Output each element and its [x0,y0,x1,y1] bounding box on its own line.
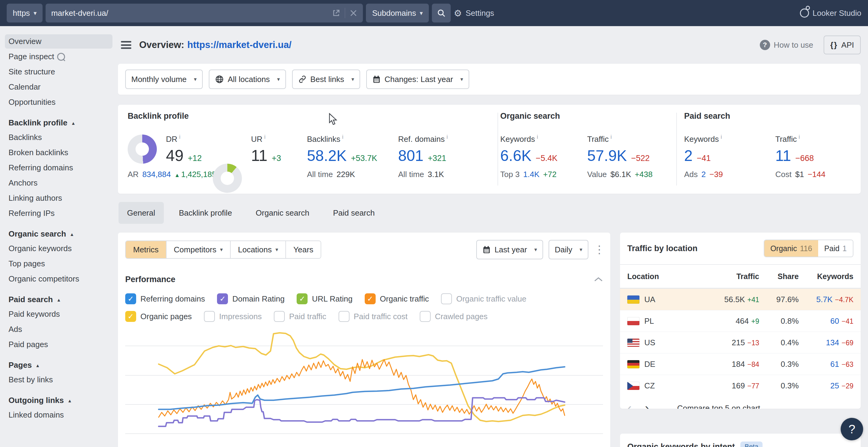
date-range-dropdown[interactable]: Last year [476,240,543,259]
api-button[interactable]: API [824,36,861,54]
scope-dropdown[interactable]: Subdomains [366,4,429,23]
protocol-dropdown[interactable]: https [7,4,42,23]
help-button[interactable] [841,418,863,440]
target-url-input[interactable]: market-dveri.ua/ [45,4,363,23]
interval-dropdown[interactable]: Daily [549,240,588,259]
share-value: 97.6% [759,295,799,304]
segment-metrics[interactable]: Metrics [126,241,166,258]
sidebar-item-organic-competitors[interactable]: Organic competitors [5,272,113,286]
segment-label: Competitors [174,245,216,254]
tab-organic-search[interactable]: Organic search [247,202,318,224]
sidebar-item-site-structure[interactable]: Site structure [5,65,113,79]
location-row-de[interactable]: DE 184−84 0.3% 61−63 [620,353,861,375]
sidebar-item-page-inspect[interactable]: Page inspect [5,49,113,64]
paid-traffic-value[interactable]: 11 [775,147,791,165]
sidebar-section-paid-search[interactable]: Paid search [5,293,113,306]
compare-top5-link[interactable]: Compare top 5 on chart [677,404,760,409]
more-options-icon[interactable] [594,243,603,256]
sidebar-section-organic-search[interactable]: Organic search [5,227,113,241]
share-value: 0.3% [759,381,799,390]
changes-filter-dropdown[interactable]: Changes: Last year [366,70,469,89]
top3-value[interactable]: 1.4K [523,170,540,179]
clear-url-icon[interactable] [349,9,358,17]
value-label: Value [587,170,607,179]
sidebar-item-opportunities[interactable]: Opportunities [5,95,113,109]
tab-general[interactable]: General [119,202,164,224]
keywords-delta: −69 [842,339,854,347]
backlinks-value[interactable]: 58.2K [307,147,347,165]
checkbox-crawled-pages[interactable]: Crawled pages [420,311,488,322]
menu-icon[interactable] [121,41,131,49]
sidebar-item-organic-keywords[interactable]: Organic keywords [5,241,113,256]
tab-backlink-profile[interactable]: Backlink profile [170,202,241,224]
ar-value[interactable]: 834,884 [142,170,171,179]
target-domain-link[interactable]: https://market-dveri.ua/ [187,39,291,50]
ads-value[interactable]: 2 [702,170,706,179]
sidebar-item-referring-domains[interactable]: Referring domains [5,161,113,175]
alltime-label: All time [307,170,333,179]
location-row-pl[interactable]: PL 464+9 0.8% 60−41 [620,310,861,332]
keywords-value[interactable]: 61 [830,359,839,369]
sidebar-item-anchors[interactable]: Anchors [5,176,113,190]
sidebar-item-calendar[interactable]: Calendar [5,80,113,94]
keywords-value[interactable]: 60 [830,316,839,325]
pl-flag-icon [627,317,640,325]
checkbox-organic-traffic[interactable]: Organic traffic [365,294,429,304]
sidebar-item-ads[interactable]: Ads [5,322,113,337]
organic-keywords-value[interactable]: 6.6K [500,147,532,165]
checkbox-domain-rating[interactable]: Domain Rating [217,294,284,304]
checkbox-impressions[interactable]: Impressions [204,311,262,322]
sidebar-item-broken-backlinks[interactable]: Broken backlinks [5,145,113,160]
how-to-use-button[interactable]: How to use [760,40,813,50]
looker-studio-button[interactable]: Looker Studio [800,8,861,18]
sidebar-item-label: Anchors [8,176,37,190]
sidebar-item-paid-keywords[interactable]: Paid keywords [5,307,113,321]
performance-chart[interactable] [125,331,603,446]
toggle-organic[interactable]: Organic 116 [764,240,818,256]
organic-traffic-value[interactable]: 57.9K [587,147,627,165]
location-row-cz[interactable]: CZ 169−77 0.3% 25−29 [620,375,861,396]
segment-locations[interactable]: Locations [231,241,286,258]
ref-domains-delta: +321 [428,153,446,163]
volume-filter-dropdown[interactable]: Monthly volume [125,70,203,89]
sidebar-item-linking-authors[interactable]: Linking authors [5,191,113,205]
segment-competitors[interactable]: Competitors [166,241,231,258]
keywords-value[interactable]: 25 [830,381,839,390]
search-button[interactable] [432,4,451,23]
locations-filter-dropdown[interactable]: All locations [209,70,286,89]
sidebar-item-backlinks[interactable]: Backlinks [5,130,113,144]
links-filter-dropdown[interactable]: Best links [292,70,360,89]
sidebar-section-pages[interactable]: Pages [5,358,113,372]
next-page-icon[interactable] [645,402,649,409]
us-flag-icon [627,339,640,347]
location-row-us[interactable]: US 215−13 0.4% 134−69 [620,332,861,353]
sidebar-item-top-pages[interactable]: Top pages [5,256,113,271]
sidebar-item-overview[interactable]: Overview [5,34,113,48]
collapse-chevron-icon[interactable] [594,277,603,282]
ref-domains-value[interactable]: 801 [398,147,423,165]
checkbox-paid-traffic-cost[interactable]: Paid traffic cost [339,311,408,322]
segment-years[interactable]: Years [286,241,321,258]
sidebar-section-outgoing-links[interactable]: Outgoing links [5,393,113,407]
location-row-ua[interactable]: UA 56.5K+41 97.6% 5.7K−4.7K [620,288,861,310]
tab-paid-search[interactable]: Paid search [324,202,383,224]
checkbox-paid-traffic[interactable]: Paid traffic [274,311,326,322]
paid-keywords-value[interactable]: 2 [684,147,693,165]
sidebar-item-linked-domains[interactable]: Linked domains [5,408,113,422]
checkbox-organic-pages[interactable]: Organic pages [125,311,192,322]
toggle-paid[interactable]: Paid 1 [818,240,853,256]
sidebar-item-paid-pages[interactable]: Paid pages [5,337,113,352]
open-external-icon[interactable] [332,9,340,17]
settings-button[interactable]: Settings [454,8,494,19]
checkbox-referring-domains[interactable]: Referring domains [125,294,205,304]
keywords-value[interactable]: 5.7K [816,295,833,304]
sidebar-item-best-by-links[interactable]: Best by links [5,373,113,387]
checkbox-url-rating[interactable]: URL Rating [297,294,352,304]
checkbox-organic-traffic-value[interactable]: Organic traffic value [441,294,526,304]
backlink-profile-title: Backlink profile [128,111,189,121]
sidebar-item-referring-ips[interactable]: Referring IPs [5,206,113,220]
divider [676,113,677,185]
keywords-value[interactable]: 134 [826,338,839,347]
prev-page-icon[interactable] [627,402,631,409]
sidebar-section-backlink-profile[interactable]: Backlink profile [5,116,113,129]
